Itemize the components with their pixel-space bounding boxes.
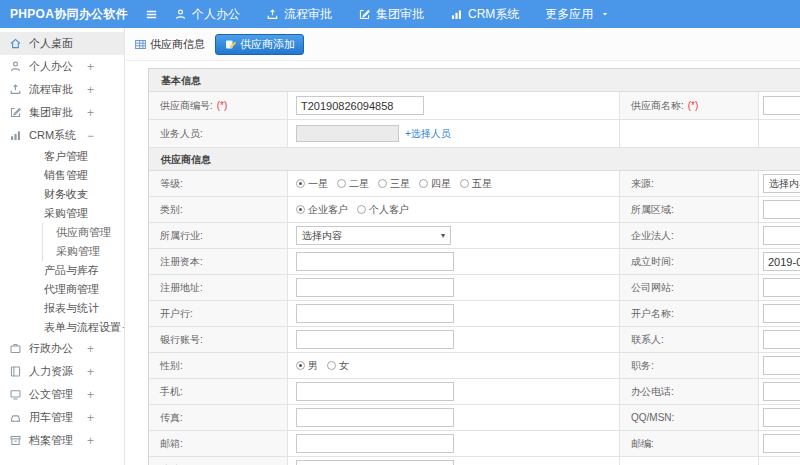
- sidebar-item-vehicle-mgmt[interactable]: 用车管理+: [0, 406, 124, 429]
- tab-supplier-add-label: 供应商添加: [240, 37, 295, 52]
- sidebar-item-agent-mgmt[interactable]: 代理商管理+: [0, 280, 124, 299]
- tab-supplier-add[interactable]: 供应商添加: [215, 34, 304, 55]
- region-input[interactable]: [763, 200, 800, 219]
- category-radio-0[interactable]: 企业客户: [296, 203, 348, 217]
- sidebar-item-customer-mgmt[interactable]: 客户管理+: [0, 147, 124, 166]
- sidebar-item-report-stats[interactable]: 报表与统计: [0, 299, 124, 318]
- email-input[interactable]: [296, 434, 454, 453]
- sidebar-item-human-resource[interactable]: 人力资源+: [0, 360, 124, 383]
- main-content: 供应商信息 供应商添加 基本信息供应商编号:(*)供应商名称:(*)业务人员:+…: [126, 28, 800, 465]
- level-radio-0[interactable]: 一星: [296, 177, 328, 191]
- tab-supplier-info-label: 供应商信息: [150, 37, 205, 52]
- level-radio-2[interactable]: 三星: [378, 177, 410, 191]
- contact-label: 联系人:: [631, 333, 664, 347]
- field-cell: [759, 353, 800, 378]
- upload-icon: [9, 83, 22, 96]
- founded-date-input[interactable]: [763, 252, 800, 271]
- business-person-pick-link[interactable]: +选择人员: [405, 127, 451, 141]
- fax-input[interactable]: [296, 408, 454, 427]
- expand-toggle-icon[interactable]: +: [77, 188, 84, 202]
- sidebar-item-form-process-settings[interactable]: 表单与流程设置+: [0, 318, 124, 337]
- level-radio-4[interactable]: 五星: [460, 177, 492, 191]
- sidebar-item-product-stock[interactable]: 产品与库存+: [0, 261, 124, 280]
- website-input[interactable]: [763, 278, 800, 297]
- bank-account-input[interactable]: [296, 330, 454, 349]
- account-name-input[interactable]: [763, 304, 800, 323]
- expand-toggle-icon[interactable]: +: [77, 169, 84, 183]
- radio-icon: [460, 179, 469, 188]
- expand-toggle-icon[interactable]: +: [87, 388, 94, 402]
- select-caret-icon: ▾: [441, 231, 445, 240]
- nav-item-crm-system[interactable]: CRM系统: [450, 6, 519, 23]
- supplier-name-input[interactable]: [763, 96, 800, 115]
- field-cell: 男女: [288, 353, 620, 378]
- source-select[interactable]: 选择内容▾: [763, 174, 800, 193]
- business-person-input[interactable]: [296, 125, 399, 142]
- form-row: 等级:一星二星三星四星五星来源:选择内容▾: [149, 171, 800, 197]
- sidebar-item-personal-office[interactable]: 个人办公+: [0, 55, 124, 78]
- tab-supplier-info[interactable]: 供应商信息: [134, 37, 205, 52]
- expand-toggle-icon[interactable]: +: [122, 321, 125, 335]
- expand-toggle-icon[interactable]: −: [87, 129, 94, 143]
- sidebar-item-archive-mgmt[interactable]: 档案管理+: [0, 429, 124, 452]
- section-header: 基本信息: [149, 69, 800, 92]
- postcode-input[interactable]: [763, 434, 800, 453]
- nav-item-personal-office[interactable]: 个人办公: [174, 6, 240, 23]
- field-cell: [759, 120, 800, 147]
- sidebar-item-purchasing[interactable]: 采购管理: [0, 242, 124, 261]
- expand-toggle-icon[interactable]: +: [87, 434, 94, 448]
- expand-toggle-icon[interactable]: −: [77, 207, 84, 221]
- sidebar-item-personal-desktop[interactable]: 个人桌面: [0, 32, 124, 55]
- gender-radio-1[interactable]: 女: [327, 359, 349, 373]
- label-cell: [620, 457, 759, 465]
- sidebar-item-admin-office[interactable]: 行政办公+: [0, 337, 124, 360]
- sidebar-item-crm-system[interactable]: CRM系统−: [0, 124, 124, 147]
- sidebar-item-purchase-mgmt[interactable]: 采购管理−: [0, 204, 124, 223]
- nav-item-more-apps[interactable]: 更多应用: [545, 6, 610, 23]
- sidebar-item-group-approval[interactable]: 集团审批+: [0, 101, 124, 124]
- sidebar-item-label: 表单与流程设置: [44, 320, 121, 335]
- sidebar-item-sales-mgmt[interactable]: 销售管理+: [0, 166, 124, 185]
- expand-toggle-icon[interactable]: +: [87, 83, 94, 97]
- legal-person-input[interactable]: [763, 226, 800, 245]
- registered-capital-input[interactable]: [296, 252, 454, 271]
- mobile-input[interactable]: [296, 382, 454, 401]
- expand-toggle-icon[interactable]: +: [77, 264, 84, 278]
- book-icon: [9, 365, 22, 378]
- expand-toggle-icon[interactable]: +: [87, 60, 94, 74]
- qq-msn-input[interactable]: [763, 408, 800, 427]
- expand-toggle-icon[interactable]: +: [77, 150, 84, 164]
- expand-toggle-icon[interactable]: +: [87, 342, 94, 356]
- expand-toggle-icon[interactable]: +: [77, 283, 84, 297]
- gender-radio-0[interactable]: 男: [296, 359, 318, 373]
- contact-input[interactable]: [763, 330, 800, 349]
- hamburger-menu-icon[interactable]: [142, 7, 160, 22]
- expand-toggle-icon[interactable]: +: [87, 411, 94, 425]
- registered-address-input[interactable]: [296, 278, 454, 297]
- form-row: 业务人员:+选择人员: [149, 120, 800, 148]
- sidebar-item-document-mgmt[interactable]: 公文管理+: [0, 383, 124, 406]
- nav-item-group-approval[interactable]: 集团审批: [358, 6, 424, 23]
- category-radio-1[interactable]: 个人客户: [357, 203, 409, 217]
- industry-select[interactable]: 选择内容▾: [296, 226, 451, 245]
- app-logo: PHPOA协同办公软件: [0, 6, 130, 23]
- supplier-code-input[interactable]: [296, 96, 424, 115]
- sidebar-item-supplier-mgmt[interactable]: 供应商管理: [0, 223, 124, 242]
- sidebar-item-finance-mgmt[interactable]: 财务收支+: [0, 185, 124, 204]
- label-cell: 联系人:: [620, 327, 759, 352]
- level-radio-1[interactable]: 二星: [337, 177, 369, 191]
- field-cell: [288, 249, 620, 274]
- sidebar-item-label: 产品与库存: [44, 263, 99, 278]
- expand-toggle-icon[interactable]: +: [87, 365, 94, 379]
- form-row: 地址:: [149, 457, 800, 465]
- label-cell: 所属区域:: [620, 197, 759, 222]
- bank-input[interactable]: [296, 304, 454, 323]
- nav-item-process-approval[interactable]: 流程审批: [266, 6, 332, 23]
- office-phone-input[interactable]: [763, 382, 800, 401]
- expand-toggle-icon[interactable]: +: [87, 106, 94, 120]
- address-input[interactable]: [296, 460, 454, 465]
- sidebar-item-label: CRM系统: [29, 128, 76, 143]
- level-radio-3[interactable]: 四星: [419, 177, 451, 191]
- job-title-input[interactable]: [763, 356, 800, 375]
- sidebar-item-process-approval[interactable]: 流程审批+: [0, 78, 124, 101]
